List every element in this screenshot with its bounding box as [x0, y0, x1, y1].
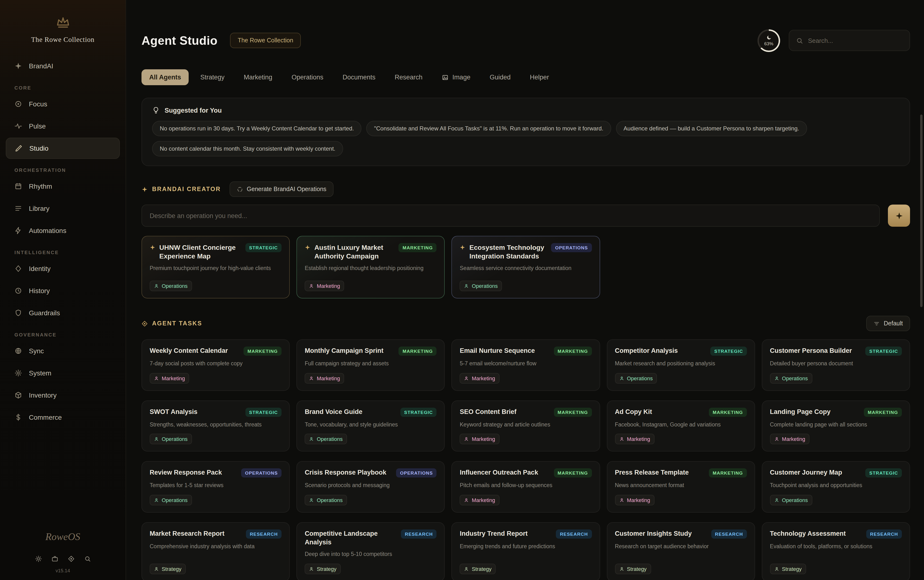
brand-crest-icon: [54, 15, 71, 31]
suggestion-chip[interactable]: "Consolidate and Review All Focus Tasks"…: [366, 121, 611, 136]
task-card-industry-trend-report[interactable]: Industry Trend ReportRESEARCHEmerging tr…: [452, 522, 600, 580]
task-card-press-release-template[interactable]: Press Release TemplateMARKETINGNews anno…: [607, 461, 755, 512]
sidebar-item-guardrails[interactable]: Guardrails: [6, 302, 120, 323]
card-tag-label: Operations: [317, 436, 343, 442]
tab-strategy[interactable]: Strategy: [193, 69, 232, 85]
task-card-weekly-content-calendar[interactable]: Weekly Content CalendarMARKETING7-day so…: [142, 339, 290, 391]
task-card-customer-journey-map[interactable]: Customer Journey MapSTRATEGICTouchpoint …: [762, 461, 910, 512]
featured-card-uhnw-client-concierge-experience-map[interactable]: UHNW Client Concierge Experience MapSTRA…: [142, 236, 290, 298]
card-title: Austin Luxury Market Authority Campaign: [314, 243, 392, 260]
tab-operations[interactable]: Operations: [284, 69, 331, 85]
task-card-brand-voice-guide[interactable]: Brand Voice GuideSTRATEGICTone, vocabula…: [296, 400, 445, 451]
person-icon: [309, 498, 314, 503]
sidebar-item-identity[interactable]: Identity: [6, 258, 120, 279]
sidebar-item-studio[interactable]: Studio: [6, 138, 120, 159]
agent-tasks-label-text: AGENT TASKS: [152, 320, 202, 327]
person-icon: [154, 376, 159, 381]
guardrails-icon: [15, 309, 22, 317]
operation-input[interactable]: [142, 204, 880, 227]
card-header: Email Nurture SequenceMARKETING: [460, 346, 592, 356]
card-header: Ecosystem Technology Integration Standar…: [460, 243, 592, 260]
task-card-landing-page-copy[interactable]: Landing Page CopyMARKETINGComplete landi…: [762, 400, 910, 451]
task-card-seo-content-brief[interactable]: SEO Content BriefMARKETINGKeyword strate…: [452, 400, 600, 451]
tab-guided[interactable]: Guided: [482, 69, 518, 85]
task-card-email-nurture-sequence[interactable]: Email Nurture SequenceMARKETING5-7 email…: [452, 339, 600, 391]
tab-helper[interactable]: Helper: [522, 69, 557, 85]
tab-marketing[interactable]: Marketing: [236, 69, 280, 85]
search-icon[interactable]: [84, 555, 91, 562]
task-card-technology-assessment[interactable]: Technology AssessmentRESEARCHEvaluation …: [762, 522, 910, 580]
category-badge: MARKETING: [709, 407, 747, 417]
suggestion-list: No operations run in 30 days. Try a Week…: [152, 121, 899, 157]
task-card-market-research-report[interactable]: Market Research ReportRESEARCHComprehens…: [142, 522, 290, 580]
tab-image[interactable]: Image: [434, 69, 478, 85]
card-description: Premium touchpoint journey for high-valu…: [150, 264, 282, 272]
tab-all-agents[interactable]: All Agents: [142, 69, 189, 85]
sidebar-item-label: Identity: [29, 265, 51, 272]
task-card-crisis-response-playbook[interactable]: Crisis Response PlaybookOPERATIONSScenar…: [296, 461, 445, 512]
creator-header: BRANDAI CREATOR Generate BrandAI Operati…: [142, 181, 910, 197]
card-title: Landing Page Copy: [770, 407, 857, 416]
sidebar-item-pulse[interactable]: Pulse: [6, 115, 120, 137]
library-icon: [15, 204, 22, 212]
sidebar-item-library[interactable]: Library: [6, 198, 120, 219]
card-header: SEO Content BriefMARKETING: [460, 407, 592, 417]
person-icon: [619, 376, 624, 381]
card-description: Detailed buyer persona document: [770, 359, 902, 367]
card-description: Templates for 1-5 star reviews: [150, 481, 282, 489]
card-header: Customer Insights StudyRESEARCH: [615, 529, 747, 539]
generate-operations-button[interactable]: Generate BrandAI Operations: [229, 181, 334, 197]
suggestion-chip[interactable]: Audience defined –– build a Customer Per…: [616, 121, 807, 136]
sidebar-item-label: Guardrails: [29, 309, 60, 317]
default-filter-button[interactable]: Default: [866, 316, 910, 331]
person-icon: [464, 283, 469, 288]
briefcase-icon[interactable]: [51, 555, 58, 562]
task-card-customer-insights-study[interactable]: Customer Insights StudyRESEARCHResearch …: [607, 522, 755, 580]
app-root: The Rowe Collection BrandAICOREFocusPuls…: [0, 0, 924, 580]
filter-icon: [874, 320, 880, 326]
sidebar-item-inventory[interactable]: Inventory: [6, 385, 120, 406]
card-tag-label: Operations: [162, 436, 188, 442]
sidebar-item-system[interactable]: System: [6, 362, 120, 384]
progress-ring: 63%: [758, 29, 780, 52]
category-badge: OPERATIONS: [551, 243, 592, 252]
task-card-customer-persona-builder[interactable]: Customer Persona BuilderSTRATEGICDetaile…: [762, 339, 910, 391]
tab-label: Strategy: [201, 74, 225, 81]
diamond-icon[interactable]: [68, 555, 74, 562]
task-card-monthly-campaign-sprint[interactable]: Monthly Campaign SprintMARKETINGFull cam…: [296, 339, 445, 391]
category-badge: OPERATIONS: [241, 469, 282, 478]
submit-operation-button[interactable]: [888, 204, 910, 227]
sidebar-item-automations[interactable]: Automations: [6, 220, 120, 241]
card-tag-label: Strategy: [317, 566, 336, 572]
sidebar-item-commerce[interactable]: Commerce: [6, 407, 120, 428]
card-title: Crisis Response Playbook: [305, 469, 389, 477]
sidebar-item-focus[interactable]: Focus: [6, 93, 120, 115]
task-card-competitor-analysis[interactable]: Competitor AnalysisSTRATEGICMarket resea…: [607, 339, 755, 391]
sun-icon[interactable]: [35, 555, 42, 562]
sidebar-item-label: Library: [29, 204, 49, 212]
tab-research[interactable]: Research: [387, 69, 430, 85]
suggestion-chip[interactable]: No content calendar this month. Stay con…: [152, 141, 343, 157]
person-icon: [154, 498, 159, 503]
category-badge: STRATEGIC: [245, 407, 282, 417]
tab-documents[interactable]: Documents: [335, 69, 383, 85]
task-card-swot-analysis[interactable]: SWOT AnalysisSTRATEGICStrengths, weaknes…: [142, 400, 290, 451]
card-header: Industry Trend ReportRESEARCH: [460, 529, 592, 539]
suggestion-chip[interactable]: No operations run in 30 days. Try a Week…: [152, 121, 362, 136]
card-tag: Operations: [150, 428, 192, 445]
task-card-competitive-landscape-analysis[interactable]: Competitive Landscape AnalysisRESEARCHDe…: [296, 522, 445, 580]
sidebar-item-history[interactable]: History: [6, 280, 120, 301]
sidebar-item-sync[interactable]: Sync: [6, 340, 120, 361]
category-badge: RESEARCH: [866, 529, 902, 539]
search-input[interactable]: [808, 37, 903, 44]
card-tag: Operations: [770, 367, 812, 383]
task-card-influencer-outreach-pack[interactable]: Influencer Outreach PackMARKETINGPitch e…: [452, 461, 600, 512]
task-card-ad-copy-kit[interactable]: Ad Copy KitMARKETINGFacebook, Instagram,…: [607, 400, 755, 451]
featured-card-austin-luxury-market-authority-campaign[interactable]: Austin Luxury Market Authority CampaignM…: [296, 236, 445, 298]
scrollbar[interactable]: [920, 115, 922, 307]
task-card-review-response-pack[interactable]: Review Response PackOPERATIONSTemplates …: [142, 461, 290, 512]
featured-card-ecosystem-technology-integration-standards[interactable]: Ecosystem Technology Integration Standar…: [452, 236, 600, 298]
sidebar-item-rhythm[interactable]: Rhythm: [6, 176, 120, 197]
card-description: Facebook, Instagram, Google ad variation…: [615, 420, 747, 428]
sidebar-item-brandai[interactable]: BrandAI: [6, 55, 120, 77]
